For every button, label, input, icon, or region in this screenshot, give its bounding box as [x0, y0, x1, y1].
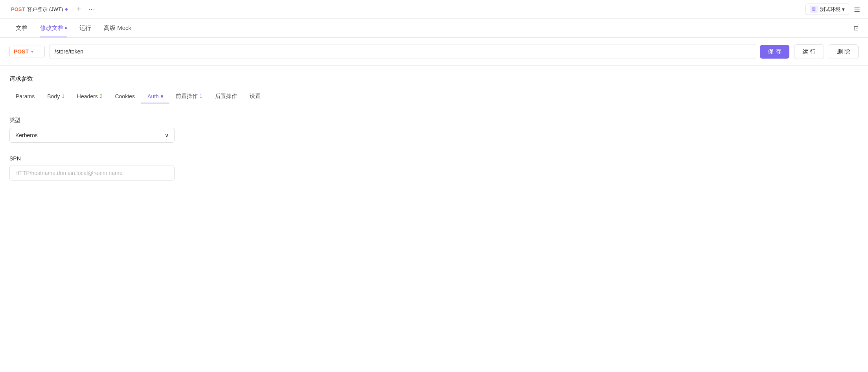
tab-run[interactable]: 运行 [73, 19, 97, 37]
spn-input[interactable] [9, 166, 175, 180]
url-bar: POST ▾ 保 存 运 行 删 除 [0, 38, 868, 66]
auth-type-dropdown[interactable]: Kerberos ∨ [9, 128, 175, 143]
tab-title: 客户登录 (JWT) [27, 6, 63, 13]
tab-bar: POST 客户登录 (JWT) + ··· 测 测试环境 ▾ ☰ [0, 0, 868, 19]
tab-modified-dot [65, 8, 68, 11]
main-tab[interactable]: POST 客户登录 (JWT) [6, 0, 72, 18]
env-name: 测试环境 [820, 6, 840, 13]
dropdown-chevron-icon: ∨ [165, 132, 169, 138]
spn-label: SPN [9, 155, 859, 162]
tab-docs[interactable]: 文档 [9, 19, 34, 37]
tab-more-button[interactable]: ··· [85, 3, 97, 16]
env-selector[interactable]: 测 测试环境 ▾ [805, 4, 849, 15]
tab-params[interactable]: Params [9, 89, 41, 103]
auth-form: 类型 Kerberos ∨ SPN [9, 117, 859, 180]
menu-icon[interactable]: ☰ [852, 4, 862, 15]
env-tag: 测 [810, 6, 818, 13]
pre-op-badge: 1 [200, 94, 202, 99]
spn-section: SPN [9, 155, 859, 180]
url-input[interactable] [50, 44, 755, 59]
tab-bar-right: 测 测试环境 ▾ ☰ [805, 4, 862, 15]
tab-post-operation[interactable]: 后置操作 [209, 89, 243, 104]
headers-badge: 2 [100, 94, 103, 99]
tab-method-label: POST [11, 6, 25, 12]
sub-nav-right: ⊡ [853, 24, 859, 32]
auth-type-value: Kerberos [15, 132, 38, 138]
request-params-title: 请求参数 [9, 75, 859, 83]
method-selector[interactable]: POST ▾ [9, 46, 45, 57]
main-content: 请求参数 Params Body 1 Headers 2 Cookies Aut… [0, 66, 868, 180]
tab-auth[interactable]: Auth [141, 89, 169, 103]
tab-advanced-mock[interactable]: 高级 Mock [97, 19, 138, 37]
request-tabs: Params Body 1 Headers 2 Cookies Auth 前置操… [9, 89, 859, 104]
save-button[interactable]: 保 存 [760, 45, 789, 59]
auth-dot [161, 95, 163, 98]
method-chevron-icon: ▾ [31, 49, 33, 54]
method-label: POST [14, 48, 29, 55]
tab-add-button[interactable]: + [72, 3, 85, 16]
body-badge: 1 [62, 94, 64, 99]
chevron-down-icon: ▾ [842, 6, 845, 12]
tab-settings[interactable]: 设置 [243, 89, 267, 104]
tab-cookies[interactable]: Cookies [108, 89, 141, 103]
split-view-icon[interactable]: ⊡ [853, 25, 859, 31]
delete-button[interactable]: 删 除 [829, 44, 859, 59]
type-label: 类型 [9, 117, 859, 124]
sub-nav: 文档 修改文档 运行 高级 Mock ⊡ [0, 19, 868, 38]
tab-pre-operation[interactable]: 前置操作 1 [169, 89, 209, 104]
tab-headers[interactable]: Headers 2 [71, 89, 109, 103]
run-button[interactable]: 运 行 [794, 44, 824, 59]
tab-body[interactable]: Body 1 [41, 89, 71, 103]
edit-docs-dot [65, 27, 67, 29]
tab-edit-docs[interactable]: 修改文档 [34, 19, 73, 37]
